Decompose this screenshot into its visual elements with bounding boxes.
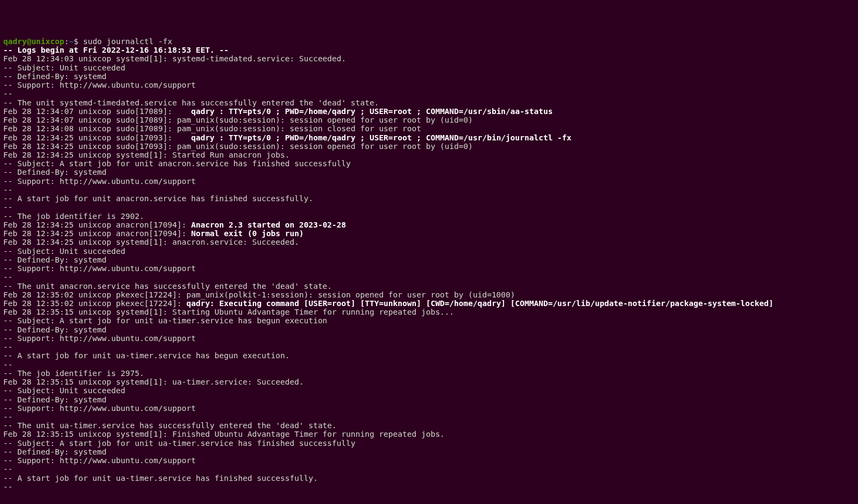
prompt-dollar: $ bbox=[74, 37, 79, 46]
log-line: Feb 28 12:35:15 unixcop systemd[1]: Star… bbox=[3, 308, 454, 316]
log-line: -- Defined-By: systemd bbox=[3, 72, 107, 81]
log-line: -- bbox=[3, 89, 17, 98]
log-line: Feb 28 12:34:07 unixcop sudo[17089]: qad… bbox=[3, 107, 552, 116]
log-line: -- bbox=[3, 413, 17, 421]
log-line: Feb 28 12:34:25 unixcop systemd[1]: anac… bbox=[3, 238, 299, 246]
log-line: -- Support: http://www.ubuntu.com/suppor… bbox=[3, 264, 196, 273]
log-line: -- Support: http://www.ubuntu.com/suppor… bbox=[3, 334, 196, 343]
log-line: -- bbox=[3, 465, 17, 473]
log-line: -- A start job for unit ua-timer.service… bbox=[3, 351, 290, 360]
log-line: -- Support: http://www.ubuntu.com/suppor… bbox=[3, 177, 196, 186]
log-line: Feb 28 12:34:25 unixcop sudo[17093]: pam… bbox=[3, 142, 473, 151]
log-line: Feb 28 12:34:07 unixcop sudo[17089]: pam… bbox=[3, 116, 473, 124]
log-line: Feb 28 12:35:15 unixcop systemd[1]: ua-t… bbox=[3, 378, 304, 386]
log-line: Feb 28 12:34:25 unixcop anacron[17094]: … bbox=[3, 221, 346, 229]
prompt-colon: : bbox=[65, 37, 69, 46]
terminal[interactable]: qadry@unixcop:~$ sudo journalctl -fx -- … bbox=[3, 37, 855, 491]
log-line: -- Defined-By: systemd bbox=[3, 325, 107, 334]
log-line: -- Subject: A start job for unit ua-time… bbox=[3, 439, 356, 448]
command-input[interactable]: sudo journalctl -fx bbox=[79, 37, 173, 46]
log-line: Feb 28 12:34:25 unixcop sudo[17093]: qad… bbox=[3, 133, 571, 142]
log-line: -- Support: http://www.ubuntu.com/suppor… bbox=[3, 456, 196, 465]
prompt-cwd: ~ bbox=[69, 37, 74, 46]
log-line: -- Subject: A start job for unit ua-time… bbox=[3, 316, 327, 325]
log-line: Feb 28 12:35:15 unixcop systemd[1]: Fini… bbox=[3, 430, 445, 438]
log-line: -- Support: http://www.ubuntu.com/suppor… bbox=[3, 404, 196, 413]
log-line: Feb 28 12:34:03 unixcop systemd[1]: syst… bbox=[3, 54, 346, 63]
log-line: -- A start job for unit ua-timer.service… bbox=[3, 474, 318, 482]
log-line: -- Subject: Unit succeeded bbox=[3, 247, 125, 255]
log-line: -- Defined-By: systemd bbox=[3, 168, 107, 176]
log-line: -- Subject: Unit succeeded bbox=[3, 63, 125, 72]
log-line: -- bbox=[3, 186, 17, 194]
prompt-line: qadry@unixcop:~$ sudo journalctl -fx bbox=[3, 37, 172, 46]
log-line: -- bbox=[3, 343, 17, 351]
log-line: -- The job identifier is 2975. bbox=[3, 369, 144, 378]
log-line: -- Defined-By: systemd bbox=[3, 448, 107, 456]
log-line: Feb 28 12:35:02 unixcop pkexec[17224]: q… bbox=[3, 299, 774, 308]
log-line: -- bbox=[3, 203, 17, 211]
log-line: -- The unit ua-timer.service has success… bbox=[3, 421, 337, 430]
log-line: -- The unit systemd-timedated.service ha… bbox=[3, 98, 379, 107]
log-line: -- Defined-By: systemd bbox=[3, 395, 107, 404]
log-line: -- Defined-By: systemd bbox=[3, 255, 107, 264]
log-line: Feb 28 12:34:25 unixcop systemd[1]: Star… bbox=[3, 151, 290, 159]
log-output: -- Logs begin at Fri 2022-12-16 16:18:53… bbox=[3, 46, 855, 491]
log-line: -- bbox=[3, 482, 17, 491]
log-line: -- A start job for unit anacron.service … bbox=[3, 194, 313, 203]
log-line: -- Support: http://www.ubuntu.com/suppor… bbox=[3, 81, 196, 89]
log-line: Feb 28 12:34:08 unixcop sudo[17089]: pam… bbox=[3, 124, 421, 133]
log-line: Feb 28 12:34:25 unixcop anacron[17094]: … bbox=[3, 229, 304, 238]
log-line: -- Subject: A start job for unit anacron… bbox=[3, 159, 351, 168]
log-line: -- Subject: Unit succeeded bbox=[3, 386, 125, 395]
prompt-user-host: qadry@unixcop bbox=[3, 37, 65, 46]
log-line: -- bbox=[3, 273, 17, 281]
log-line: -- The job identifier is 2902. bbox=[3, 212, 144, 221]
log-line: -- The unit anacron.service has successf… bbox=[3, 282, 332, 290]
log-line: -- Logs begin at Fri 2022-12-16 16:18:53… bbox=[3, 46, 229, 54]
log-line: -- bbox=[3, 360, 17, 369]
log-line: Feb 28 12:35:02 unixcop pkexec[17224]: p… bbox=[3, 290, 515, 299]
